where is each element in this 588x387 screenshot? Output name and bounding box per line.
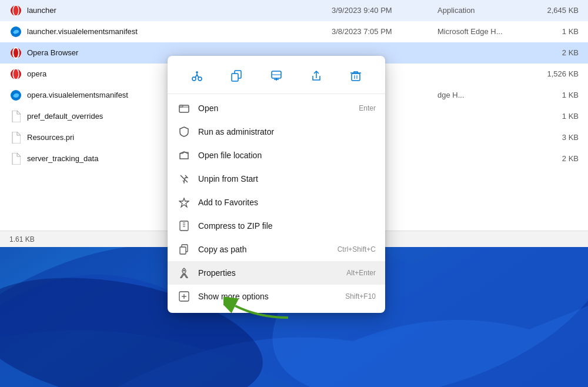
show-more-shortcut: Shift+F10 [345,292,376,301]
copy-path-shortcut: Ctrl+Shift+C [338,245,376,253]
file-icon-edge [9,89,22,102]
file-size: 1,526 KB [532,69,579,78]
file-size: 2,645 KB [532,6,579,15]
status-text: 1.61 KB [9,235,35,243]
properties-shortcut: Alt+Enter [346,269,376,277]
file-icon-opera [9,68,22,81]
copy-icon [230,70,242,82]
file-size: 2 KB [532,154,579,163]
delete-icon [350,70,362,82]
file-date: 3/9/2023 9:40 PM [332,6,437,15]
file-size: 2 KB [532,48,579,57]
context-menu-open[interactable]: Open Enter [168,96,385,120]
open-location-label: Open file location [198,151,376,160]
run-admin-label: Run as administrator [198,127,376,136]
context-menu-compress[interactable]: Compress to ZIP file [168,214,385,238]
svg-point-7 [11,48,21,58]
copy-path-label: Copy as path [198,245,338,254]
unpin-label: Unpin from Start [198,174,376,184]
open-icon [177,101,191,115]
file-size: 1 KB [532,112,579,121]
file-name: launcher.visualelementsmanifest [27,27,332,36]
file-row[interactable]: launcher 3/9/2023 9:40 PM Application 2,… [0,0,588,21]
cut-icon [191,70,203,82]
share-button[interactable] [306,65,327,86]
context-menu: Open Enter Run as administrator Open fil… [168,56,385,313]
context-menu-properties[interactable]: Properties Alt+Enter [168,261,385,285]
favorites-label: Add to Favorites [198,198,376,207]
run-admin-icon [177,125,191,139]
show-more-label: Show more options [198,292,345,301]
context-menu-run-admin[interactable]: Run as administrator [168,120,385,144]
file-size: 1 KB [532,27,579,36]
svg-rect-25 [352,74,360,81]
file-icon-plain [9,131,22,144]
context-menu-unpin[interactable]: Unpin from Start [168,167,385,191]
file-icon-plain [9,110,22,123]
file-icon-edge [9,25,22,38]
file-type: dge H... [437,91,532,99]
favorites-icon [177,195,191,209]
file-type: Application [437,6,532,15]
properties-label: Properties [198,268,346,278]
file-icon-plain [9,152,22,165]
file-icon-opera-browser [9,46,22,59]
open-shortcut: Enter [359,104,376,112]
open-label: Open [198,104,359,113]
context-menu-show-more[interactable]: Show more options Shift+F10 [168,285,385,308]
open-location-icon [177,148,191,162]
file-icon-opera [9,4,22,17]
context-menu-copy-path[interactable]: Copy as path Ctrl+Shift+C [168,238,385,261]
rename-icon [270,70,282,82]
file-name: launcher [27,6,332,15]
delete-button[interactable] [345,65,366,86]
svg-rect-30 [179,105,183,107]
svg-line-16 [197,75,199,78]
properties-icon [177,266,191,280]
file-type: Microsoft Edge H... [437,27,532,36]
svg-rect-38 [180,247,186,254]
svg-rect-33 [180,221,188,231]
copy-button[interactable] [226,65,247,86]
unpin-icon [177,172,191,186]
cut-button[interactable] [186,65,208,86]
compress-label: Compress to ZIP file [198,221,376,231]
file-size: 3 KB [532,133,579,142]
svg-rect-20 [232,74,238,81]
context-menu-favorites[interactable]: Add to Favorites [168,191,385,214]
file-row[interactable]: launcher.visualelementsmanifest 3/8/2023… [0,21,588,42]
compress-icon [177,219,191,233]
file-size: 1 KB [532,91,579,99]
show-more-icon [177,289,191,303]
copy-path-icon [177,242,191,256]
share-icon [310,70,322,82]
svg-point-39 [183,270,185,272]
context-menu-open-location[interactable]: Open file location [168,144,385,167]
context-menu-toolbar [168,61,385,94]
file-date: 3/8/2023 7:05 PM [332,27,437,36]
rename-button[interactable] [266,65,287,86]
svg-line-15 [195,75,197,78]
